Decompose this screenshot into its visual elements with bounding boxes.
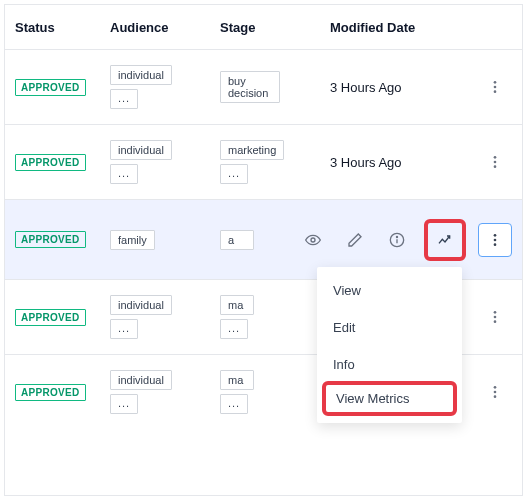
- svg-point-16: [494, 386, 497, 389]
- svg-point-0: [494, 81, 497, 84]
- col-status[interactable]: Status: [15, 20, 110, 35]
- svg-point-6: [311, 238, 315, 242]
- col-stage[interactable]: Stage: [220, 20, 330, 35]
- modified-date: 3 Hours Ago: [330, 155, 465, 170]
- status-badge: APPROVED: [15, 309, 86, 326]
- action-menu: View Edit Info View Metrics: [317, 267, 462, 423]
- svg-point-3: [494, 156, 497, 159]
- svg-point-11: [494, 238, 497, 241]
- kebab-icon[interactable]: [480, 377, 510, 407]
- kebab-icon[interactable]: [480, 302, 510, 332]
- data-table: Status Audience Stage Modified Date APPR…: [4, 4, 523, 496]
- svg-point-5: [494, 165, 497, 168]
- audience-tag[interactable]: individual: [110, 140, 172, 160]
- table-header: Status Audience Stage Modified Date: [5, 5, 522, 50]
- svg-point-1: [494, 86, 497, 89]
- row-actions: [288, 219, 512, 261]
- stage-tag[interactable]: buy decision: [220, 71, 280, 103]
- audience-tag[interactable]: family: [110, 230, 155, 250]
- pencil-icon[interactable]: [340, 225, 370, 255]
- svg-point-4: [494, 161, 497, 164]
- svg-point-14: [494, 316, 497, 319]
- kebab-icon[interactable]: [480, 147, 510, 177]
- col-modified[interactable]: Modified Date: [330, 20, 465, 35]
- status-badge: APPROVED: [15, 154, 86, 171]
- more-tag[interactable]: ...: [220, 319, 248, 339]
- status-badge: APPROVED: [15, 384, 86, 401]
- eye-icon[interactable]: [298, 225, 328, 255]
- menu-view-metrics[interactable]: View Metrics: [322, 381, 457, 416]
- more-tag[interactable]: ...: [220, 164, 248, 184]
- more-tag[interactable]: ...: [110, 394, 138, 414]
- stage-tag[interactable]: ma: [220, 370, 254, 390]
- svg-point-10: [494, 234, 497, 237]
- svg-point-9: [396, 236, 397, 237]
- chart-icon[interactable]: [430, 225, 460, 255]
- svg-point-12: [494, 243, 497, 246]
- audience-tag[interactable]: individual: [110, 370, 172, 390]
- stage-tag[interactable]: marketing: [220, 140, 284, 160]
- table-row[interactable]: APPROVED individual ... buy decision 3 H…: [5, 50, 522, 125]
- more-tag[interactable]: ...: [110, 319, 138, 339]
- more-tag[interactable]: ...: [220, 394, 248, 414]
- menu-edit[interactable]: Edit: [317, 309, 462, 346]
- svg-point-18: [494, 395, 497, 398]
- svg-point-2: [494, 90, 497, 93]
- metrics-highlight: [424, 219, 466, 261]
- table-row[interactable]: APPROVED individual ... marketing ... 3 …: [5, 125, 522, 200]
- menu-view[interactable]: View: [317, 272, 462, 309]
- modified-date: 3 Hours Ago: [330, 80, 465, 95]
- stage-tag[interactable]: ma: [220, 295, 254, 315]
- info-icon[interactable]: [382, 225, 412, 255]
- more-tag[interactable]: ...: [110, 89, 138, 109]
- svg-point-15: [494, 320, 497, 323]
- svg-point-17: [494, 391, 497, 394]
- svg-point-13: [494, 311, 497, 314]
- audience-tag[interactable]: individual: [110, 65, 172, 85]
- kebab-icon[interactable]: [480, 72, 510, 102]
- col-audience[interactable]: Audience: [110, 20, 220, 35]
- menu-info[interactable]: Info: [317, 346, 462, 383]
- kebab-icon-active[interactable]: [478, 223, 512, 257]
- more-tag[interactable]: ...: [110, 164, 138, 184]
- stage-tag[interactable]: a: [220, 230, 254, 250]
- status-badge: APPROVED: [15, 79, 86, 96]
- status-badge: APPROVED: [15, 231, 86, 248]
- audience-tag[interactable]: individual: [110, 295, 172, 315]
